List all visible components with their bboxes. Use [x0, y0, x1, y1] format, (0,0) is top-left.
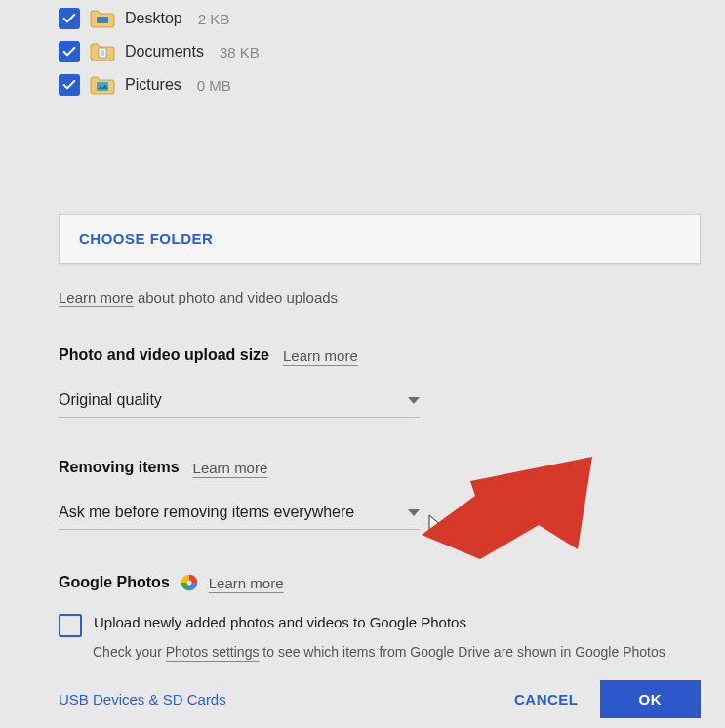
folder-row-documents: Documents 38 KB [59, 35, 701, 68]
checkbox-desktop[interactable] [59, 8, 80, 29]
folder-row-pictures: Pictures 0 MB [59, 68, 701, 101]
chevron-down-icon [408, 397, 420, 404]
cancel-button[interactable]: CANCEL [514, 691, 579, 708]
gphotos-sub-desc: Check your Photos settings to see which … [93, 643, 701, 663]
google-photos-title: Google Photos [59, 574, 170, 591]
google-photos-title-row: Google Photos Learn more [59, 573, 701, 592]
removing-title-row: Removing items Learn more [59, 459, 701, 476]
svg-point-6 [186, 581, 191, 586]
learn-more-link-gphotos[interactable]: Learn more [209, 575, 284, 591]
folder-icon-pictures [90, 74, 115, 96]
checkbox-documents[interactable] [59, 41, 80, 62]
folder-icon-documents [90, 41, 115, 62]
folder-size: 0 MB [197, 77, 231, 94]
folder-size: 38 KB [220, 44, 260, 61]
gphotos-upload-row: Upload newly added photos and videos to … [59, 614, 701, 637]
learn-more-link-upload-size[interactable]: Learn more [283, 347, 358, 364]
upload-size-title: Photo and video upload size [59, 346, 269, 364]
folder-row-desktop: Desktop 2 KB [59, 2, 701, 35]
removing-title: Removing items [59, 459, 180, 476]
photos-settings-link[interactable]: Photos settings [166, 644, 260, 660]
gphotos-upload-label: Upload newly added photos and videos to … [94, 614, 466, 630]
learn-more-link-removing[interactable]: Learn more [193, 460, 268, 476]
choose-folder-card: CHOOSE FOLDER [59, 214, 701, 264]
chevron-down-icon [408, 509, 420, 516]
upload-size-value: Original quality [59, 391, 162, 409]
folder-name: Pictures [125, 76, 181, 94]
learn-more-link-uploads[interactable]: Learn more [59, 289, 134, 305]
upload-size-title-row: Photo and video upload size Learn more [59, 346, 701, 364]
removing-value: Ask me before removing items everywhere [59, 504, 354, 521]
cursor-icon [427, 513, 445, 539]
usb-sd-link[interactable]: USB Devices & SD Cards [59, 691, 226, 708]
checkbox-pictures[interactable] [59, 74, 80, 96]
choose-folder-button[interactable]: CHOOSE FOLDER [79, 230, 213, 247]
upload-desc-text: about photo and video uploads [134, 289, 338, 305]
folder-name: Desktop [125, 10, 182, 27]
folder-icon-desktop [90, 8, 115, 29]
gphotos-upload-checkbox[interactable] [59, 614, 82, 637]
folder-size: 2 KB [198, 11, 230, 27]
gphotos-sub-post: to see which items from Google Drive are… [259, 644, 665, 660]
gphotos-sub-pre: Check your [93, 644, 166, 660]
upload-desc: Learn more about photo and video uploads [59, 289, 701, 305]
upload-size-select[interactable]: Original quality [59, 384, 420, 418]
removing-select[interactable]: Ask me before removing items everywhere [59, 496, 420, 530]
folder-name: Documents [125, 43, 204, 61]
google-photos-icon [180, 573, 199, 592]
svg-rect-0 [97, 17, 108, 23]
ok-button[interactable]: OK [600, 680, 702, 718]
